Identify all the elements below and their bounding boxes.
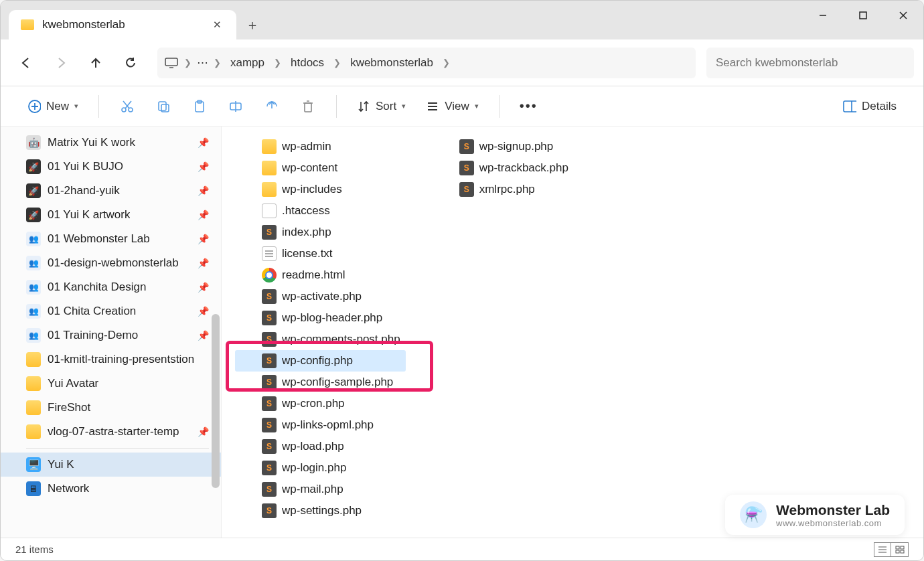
file-item[interactable]: wp-includes: [235, 179, 406, 200]
chevron-right-icon[interactable]: ❯: [443, 58, 450, 68]
sidebar-item[interactable]: 01-kmitl-training-presentstion: [1, 347, 221, 372]
sidebar-item[interactable]: Yui Avatar: [1, 372, 221, 396]
folder-icon: [262, 182, 277, 197]
up-button[interactable]: [80, 47, 112, 79]
file-item[interactable]: .htaccess: [235, 200, 406, 222]
new-tab-button[interactable]: ＋: [236, 10, 268, 39]
pal-icon: 👥: [26, 304, 41, 319]
file-item[interactable]: readme.html: [235, 264, 406, 286]
minimize-button[interactable]: [803, 1, 843, 30]
file-item[interactable]: Swp-trackback.php: [433, 157, 574, 179]
details-view-button[interactable]: [874, 542, 891, 557]
sidebar-item[interactable]: 🤖Matrix Yui K work📌: [1, 131, 221, 155]
breadcrumb-segment[interactable]: xampp: [226, 54, 268, 72]
chevron-right-icon[interactable]: ❯: [333, 58, 341, 68]
sidebar-item-label: Matrix Yui K work: [48, 136, 135, 149]
scrollbar-thumb[interactable]: [212, 314, 220, 488]
sidebar-item[interactable]: 🚀01-2hand-yuik📌: [1, 179, 221, 203]
close-tab-button[interactable]: ✕: [210, 16, 224, 33]
file-item[interactable]: Swp-comments-post.php: [235, 329, 406, 350]
sidebar-item[interactable]: vlog-07-astra-starter-temp📌: [1, 420, 221, 444]
sidebar-item[interactable]: 🚀01 Yui K BUJO📌: [1, 155, 221, 179]
cut-button[interactable]: [112, 93, 142, 120]
file-item[interactable]: Swp-activate.php: [235, 286, 406, 307]
file-item[interactable]: Swp-config-sample.php: [235, 372, 406, 393]
file-item[interactable]: Swp-links-opml.php: [235, 414, 406, 436]
chevron-right-icon[interactable]: ❯: [184, 58, 191, 68]
file-item[interactable]: Swp-config.php: [235, 350, 406, 372]
forward-button[interactable]: [45, 47, 77, 79]
tab-title: kwebmonsterlab: [42, 18, 125, 31]
sidebar-item-label: Network: [48, 482, 89, 495]
subl-icon: S: [262, 503, 277, 518]
plus-circle-icon: [27, 100, 41, 113]
copy-button[interactable]: [149, 93, 178, 120]
more-button[interactable]: •••: [513, 94, 544, 118]
overflow-segment[interactable]: ⋯: [197, 56, 208, 70]
details-pane-button[interactable]: Details: [836, 96, 903, 117]
status-bar: 21 items: [1, 538, 923, 560]
file-item[interactable]: wp-admin: [235, 136, 406, 157]
view-button[interactable]: View ▾: [419, 96, 485, 117]
file-item[interactable]: Swp-load.php: [235, 436, 406, 457]
sidebar-item[interactable]: 🖥️Yui K: [1, 453, 221, 477]
sidebar-item[interactable]: FireShot: [1, 396, 221, 420]
window-tab[interactable]: kwebmonsterlab ✕: [9, 10, 236, 39]
chevron-down-icon: ▾: [74, 102, 78, 110]
file-item[interactable]: Swp-mail.php: [235, 479, 406, 500]
sort-button[interactable]: Sort ▾: [350, 96, 412, 117]
delete-button[interactable]: [293, 93, 323, 120]
refresh-button[interactable]: [114, 47, 147, 79]
file-item[interactable]: Swp-signup.php: [433, 136, 574, 157]
breadcrumb-segment[interactable]: kwebmonsterlab: [346, 54, 437, 72]
sidebar-item-label: 01-kmitl-training-presentstion: [48, 353, 194, 366]
icons-view-button[interactable]: [891, 542, 909, 557]
pin-icon: 📌: [198, 137, 209, 148]
rename-button[interactable]: [221, 93, 250, 120]
this-pc-icon: [164, 57, 179, 69]
window-controls: [803, 1, 923, 30]
file-name: wp-login.php: [282, 461, 346, 475]
file-item[interactable]: Sxmlrpc.php: [433, 179, 574, 200]
titlebar: kwebmonsterlab ✕ ＋: [1, 1, 923, 39]
share-button[interactable]: [257, 93, 287, 120]
file-list[interactable]: wp-adminwp-contentwp-includes.htaccessSi…: [222, 127, 923, 538]
sidebar-item[interactable]: 👥01 Chita Creation📌: [1, 299, 221, 323]
close-window-button[interactable]: [883, 1, 923, 30]
rocket-icon: 🚀: [26, 183, 41, 198]
file-item[interactable]: Swp-settings.php: [235, 500, 406, 522]
breadcrumb-segment[interactable]: htdocs: [287, 54, 328, 72]
chevron-down-icon: ▾: [402, 102, 406, 110]
file-item[interactable]: license.txt: [235, 243, 406, 264]
search-input[interactable]: [706, 48, 914, 78]
sidebar-item-label: FireShot: [48, 401, 90, 414]
back-button[interactable]: [10, 47, 42, 79]
file-item[interactable]: Swp-blog-header.php: [235, 307, 406, 329]
file-item[interactable]: Swp-login.php: [235, 457, 406, 479]
chevron-right-icon[interactable]: ❯: [274, 58, 281, 68]
robot-icon: 🤖: [26, 135, 41, 150]
sidebar-item[interactable]: 🖥Network: [1, 477, 221, 501]
pal-icon: 👥: [26, 256, 41, 270]
folder-icon: [262, 161, 277, 175]
sidebar-item[interactable]: 🚀01 Yui K artwork📌: [1, 203, 221, 227]
maximize-button[interactable]: [843, 1, 883, 30]
paste-button[interactable]: [185, 93, 214, 120]
flask-icon: ⚗️: [740, 501, 767, 528]
sidebar-item[interactable]: 👥01 Webmonster Lab📌: [1, 227, 221, 251]
sidebar-item-label: 01 Yui K BUJO: [48, 160, 123, 173]
sidebar-item[interactable]: 👥01 Kanchita Design📌: [1, 275, 221, 299]
file-name: wp-comments-post.php: [282, 333, 400, 346]
subl-icon: S: [262, 225, 277, 240]
sidebar-item[interactable]: 👥01 Training-Demo📌: [1, 323, 221, 347]
address-bar[interactable]: ❯ ⋯ ❯ xampp ❯ htdocs ❯ kwebmonsterlab ❯: [157, 48, 696, 78]
new-label: New: [46, 100, 69, 113]
subl-icon: S: [262, 396, 277, 411]
file-item[interactable]: Swp-cron.php: [235, 393, 406, 414]
file-item[interactable]: Sindex.php: [235, 222, 406, 243]
new-button[interactable]: New ▾: [21, 96, 85, 117]
subl-icon: S: [262, 482, 277, 497]
sidebar-item[interactable]: 👥01-design-webmonsterlab📌: [1, 251, 221, 275]
chevron-right-icon[interactable]: ❯: [214, 58, 221, 68]
file-item[interactable]: wp-content: [235, 157, 406, 179]
